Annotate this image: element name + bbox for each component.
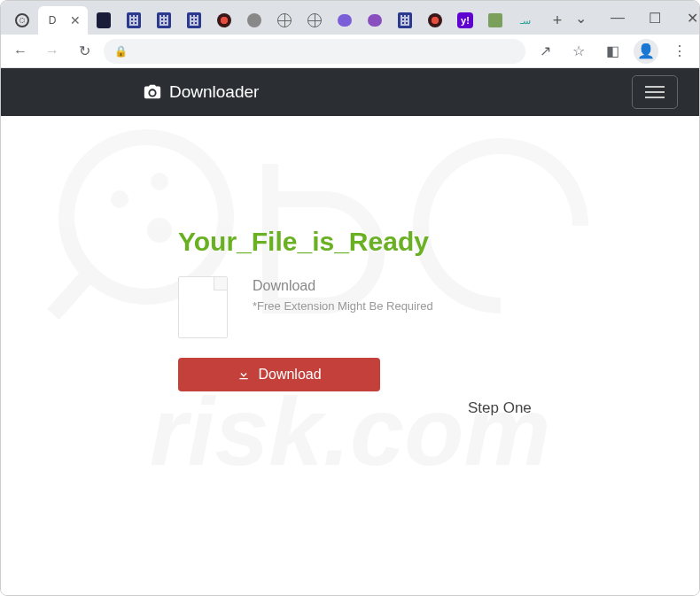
favicon-record-icon bbox=[428, 13, 442, 27]
brand[interactable]: Downloader bbox=[143, 82, 259, 102]
favicon-globe-icon bbox=[307, 13, 322, 27]
close-tab-icon[interactable]: ✕ bbox=[70, 13, 81, 27]
tab-item[interactable] bbox=[481, 6, 509, 35]
tab-strip: D ✕ y! سـ + bbox=[8, 1, 570, 35]
svg-text:risk.com: risk.com bbox=[150, 376, 550, 485]
lock-icon: 🔒 bbox=[114, 45, 128, 58]
zip-file-icon bbox=[178, 276, 228, 338]
tab-item-active[interactable]: D ✕ bbox=[38, 6, 88, 35]
file-title: Download bbox=[253, 278, 433, 294]
hamburger-menu-icon[interactable] bbox=[632, 75, 678, 109]
favicon-dark-icon bbox=[97, 13, 111, 27]
download-button-label: Download bbox=[258, 367, 321, 383]
download-button[interactable]: Download bbox=[178, 358, 380, 391]
window-dropdown-icon[interactable]: ⌄ bbox=[570, 7, 591, 28]
tab-item[interactable] bbox=[8, 6, 36, 35]
favicon-qr-icon bbox=[187, 13, 201, 27]
page-content: risk.com Downloader Your_File_is_Ready D… bbox=[1, 68, 699, 595]
favicon-text-icon: سـ bbox=[518, 13, 533, 27]
tab-item[interactable] bbox=[361, 6, 389, 35]
favicon-gamepad-icon bbox=[338, 13, 352, 27]
forward-button[interactable]: → bbox=[40, 39, 65, 64]
window-maximize-icon[interactable]: ☐ bbox=[644, 7, 665, 28]
main-area: Your_File_is_Ready Download *Free Extens… bbox=[1, 116, 699, 391]
share-icon[interactable]: ↗ bbox=[533, 39, 557, 64]
window-minimize-icon[interactable]: — bbox=[607, 7, 628, 28]
tab-item[interactable] bbox=[391, 6, 419, 35]
back-button[interactable]: ← bbox=[8, 39, 33, 64]
kebab-menu-icon[interactable]: ⋮ bbox=[667, 39, 692, 64]
tab-item[interactable] bbox=[270, 6, 299, 35]
tab-item[interactable] bbox=[421, 6, 449, 35]
bookmark-star-icon[interactable]: ☆ bbox=[566, 39, 591, 64]
tab-item[interactable] bbox=[240, 6, 268, 35]
browser-toolbar: ← → ↻ 🔒 ↗ ☆ ◧ 👤 ⋮ bbox=[1, 35, 699, 68]
tab-item[interactable] bbox=[150, 6, 178, 35]
tab-item[interactable]: y! bbox=[451, 6, 479, 35]
favicon-globe-icon bbox=[277, 13, 292, 27]
profile-avatar-icon[interactable]: 👤 bbox=[634, 39, 658, 64]
tab-item[interactable] bbox=[180, 6, 208, 35]
site-navbar: Downloader bbox=[1, 68, 699, 116]
favicon-qr-icon bbox=[127, 13, 141, 27]
favicon-qr-icon bbox=[398, 13, 412, 27]
favicon-record-icon bbox=[217, 13, 231, 27]
favicon-yahoo-icon: y! bbox=[457, 12, 473, 28]
camera-icon bbox=[143, 82, 162, 102]
window-close-icon[interactable]: ✕ bbox=[681, 7, 700, 28]
tab-item[interactable] bbox=[331, 6, 359, 35]
favicon-page-icon: D bbox=[45, 13, 59, 27]
download-icon bbox=[237, 368, 251, 382]
file-info-row: Download *Free Extension Might Be Requir… bbox=[178, 276, 699, 338]
favicon-reel-icon bbox=[15, 13, 29, 27]
tab-item[interactable]: سـ bbox=[511, 6, 540, 35]
favicon-gray-icon bbox=[247, 13, 261, 27]
address-bar[interactable]: 🔒 bbox=[104, 39, 525, 64]
tab-item[interactable] bbox=[89, 6, 118, 35]
reload-button[interactable]: ↻ bbox=[72, 39, 97, 64]
brand-label: Downloader bbox=[169, 82, 259, 102]
favicon-gamepad-icon bbox=[368, 13, 382, 27]
favicon-qr-icon bbox=[157, 13, 171, 27]
tab-item[interactable] bbox=[210, 6, 238, 35]
file-subtitle: *Free Extension Might Be Required bbox=[253, 299, 433, 313]
tab-item[interactable] bbox=[300, 6, 329, 35]
page-headline: Your_File_is_Ready bbox=[178, 227, 699, 257]
step-label: Step One bbox=[468, 399, 532, 417]
new-tab-button[interactable]: + bbox=[545, 8, 570, 33]
browser-titlebar: D ✕ y! سـ + ⌄ — ☐ ✕ bbox=[1, 1, 699, 35]
tab-item[interactable] bbox=[120, 6, 148, 35]
extensions-icon[interactable]: ◧ bbox=[600, 39, 625, 64]
favicon-dino-icon bbox=[488, 13, 502, 27]
window-controls: ⌄ — ☐ ✕ bbox=[570, 7, 700, 28]
